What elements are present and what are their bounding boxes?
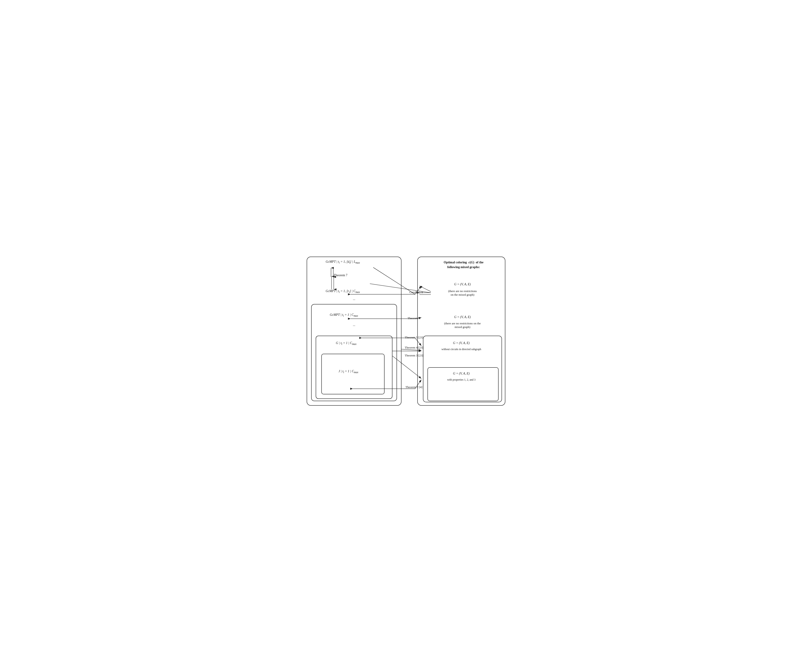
corollary8-label: Corollary 8: [402, 290, 431, 294]
g2-label: G = (V, A, E): [424, 315, 501, 319]
g4-note: with properties 1, 2, and 3: [427, 378, 495, 381]
dots2: ...: [345, 323, 363, 327]
g4-label: G = (V, A, E): [427, 372, 495, 375]
dots1: ...: [345, 297, 363, 301]
theorem5-label: Theorem 5 [23]: [399, 336, 429, 339]
top-left-label: GcMPT | ti = 1, [di] | Lmax: [311, 260, 374, 264]
g3-note: without circuits in directed subgraph: [425, 347, 497, 351]
right-header: Optimal coloring c(G) of thefollowing mi…: [423, 260, 504, 270]
diagram: GcMPT | ti = 1, [di] | Lmax Theorem 7 Gc…: [304, 248, 508, 412]
theorem4-label: Theorem 4 [23]: [399, 346, 429, 349]
theorem7-label: Theorem 7: [318, 273, 363, 277]
theorem2-label: Theorem 2 [4]: [399, 386, 429, 389]
g1-label: G = (V, A, E): [424, 282, 501, 286]
deepest-left-box: [321, 354, 385, 394]
g1-note: (there are no restrictionson the mixed g…: [424, 289, 501, 297]
theorem3-label: Theorem 3 [23]: [399, 354, 429, 357]
inner-left-label: GcMPT | ti = 1 | Cmax: [315, 313, 373, 317]
theorem6-label: Theorem 6: [399, 316, 429, 320]
middle-left-label: GcMPT | ti = 1, [ri] | Cmax: [311, 289, 374, 294]
g3-label: G = (V, A, E): [425, 341, 497, 345]
g2-note: (there are no restrictions on themixed g…: [424, 322, 501, 329]
innermost-left-label: G | ti = 1 | Cmax: [317, 341, 375, 346]
deepest-left-label: J | ti = 1 | Cmax: [323, 370, 374, 374]
